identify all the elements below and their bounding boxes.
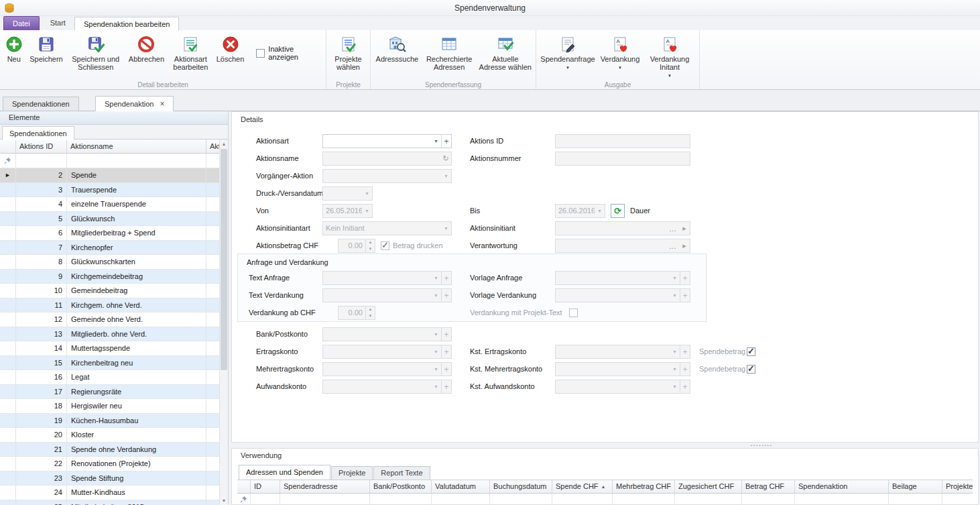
filter-cell-aktionsname[interactable] bbox=[67, 154, 206, 168]
close-icon[interactable]: × bbox=[160, 99, 164, 109]
column-header-spende-chf[interactable]: Spende CHF▲ bbox=[552, 480, 613, 493]
aktuelle-adresse-waehlen-button[interactable]: Aktuelle Adresse wählen bbox=[477, 32, 534, 73]
column-header-projekte[interactable]: Projekte bbox=[942, 480, 973, 493]
tab-adressen-und-spenden[interactable]: Adressen und Spenden bbox=[239, 465, 330, 480]
projekte-waehlen-button[interactable]: Projekte wählen bbox=[328, 32, 368, 73]
filter-cell-buchungsdatum[interactable] bbox=[490, 494, 552, 505]
tab-report-texte[interactable]: Report Texte bbox=[373, 466, 430, 480]
column-header-bank-postkonto[interactable]: Bank/Postkonto bbox=[370, 480, 432, 493]
aktion-row[interactable]: 11Kirchgem. ohne Verd. bbox=[0, 298, 220, 313]
aktion-row[interactable]: 12Gemeinde ohne Verd. bbox=[0, 313, 220, 327]
delete-button[interactable]: Löschen bbox=[215, 32, 247, 65]
save-button[interactable]: Speichern bbox=[27, 32, 65, 65]
new-button[interactable]: Neu bbox=[2, 32, 25, 65]
aktion-row[interactable]: 21Spende ohne Verdankung bbox=[0, 443, 220, 457]
aktion-row[interactable]: 6Mitgliederbeitrag + Spend bbox=[0, 226, 220, 241]
doc-tab-spendenaktion[interactable]: Spendenaktion× bbox=[95, 96, 174, 111]
add-icon: + bbox=[441, 272, 451, 284]
filter-cell-aktions-id[interactable] bbox=[16, 154, 67, 168]
row-indicator bbox=[0, 341, 16, 355]
column-header-akt[interactable]: Akt bbox=[206, 139, 220, 153]
spendebetrag-mehrertrag-checkbox[interactable] bbox=[747, 365, 755, 374]
aktion-row[interactable]: 19Küchen-Hausumbau bbox=[0, 414, 220, 429]
spendebetrag-ertrag-checkbox[interactable] bbox=[747, 347, 755, 356]
filter-cell-id[interactable] bbox=[251, 494, 280, 505]
filter-cell-spenderadresse[interactable] bbox=[280, 494, 370, 505]
spendenanfrage-button[interactable]: Spendenanfrage ▼ bbox=[538, 32, 597, 74]
row-indicator bbox=[0, 414, 16, 428]
column-header-id[interactable]: ID bbox=[251, 480, 280, 493]
aktionsart-combo[interactable]: ▼ + bbox=[322, 134, 452, 148]
adresssuche-button[interactable]: Adresssuche bbox=[373, 32, 422, 65]
filter-cell-valutadatum[interactable] bbox=[432, 494, 490, 505]
column-header-aktionsname[interactable]: Aktionsname bbox=[67, 139, 206, 153]
aktion-row[interactable]: 7Kirchenopfer bbox=[0, 241, 220, 256]
filter-cell-mehrbetrag-chf[interactable] bbox=[613, 494, 675, 505]
aktion-row[interactable]: 5Glückwunsch bbox=[0, 212, 220, 227]
floppy-check-icon bbox=[87, 36, 105, 53]
inaktive-anzeigen-checkbox[interactable]: Inaktive anzeigen bbox=[256, 45, 324, 61]
aktion-row[interactable]: ►2Spende bbox=[0, 168, 220, 183]
filter-cell-spende-chf[interactable] bbox=[552, 494, 613, 505]
aktion-row[interactable]: 23Spende Stiftung bbox=[0, 471, 220, 486]
aktion-row[interactable]: 16Legat bbox=[0, 370, 220, 385]
column-header-beilage[interactable]: Beilage bbox=[889, 480, 942, 493]
filter-cell-spendenaktion[interactable] bbox=[795, 494, 889, 505]
verdankung-button[interactable]: A Verdankung ▼ bbox=[599, 32, 641, 74]
filter-cell-bank-postkonto[interactable] bbox=[370, 494, 432, 505]
aktion-row[interactable]: 4einzelne Trauerspende bbox=[0, 197, 220, 212]
column-header-mehrbetrag-chf[interactable]: Mehrbetrag CHF bbox=[613, 480, 675, 493]
scroll-up-icon[interactable]: ▲ bbox=[220, 139, 228, 148]
aktion-row[interactable]: 18Hergiswiler neu bbox=[0, 399, 220, 414]
tab-spendenaktion-bearbeiten[interactable]: Spendenaktion bearbeiten bbox=[74, 17, 179, 31]
aktion-row[interactable]: 17Regierungsräte bbox=[0, 385, 220, 400]
save-close-button[interactable]: Speichern und Schliessen bbox=[66, 32, 124, 73]
tab-start[interactable]: Start bbox=[42, 16, 74, 30]
filter-cell-zugesichert-chf[interactable] bbox=[675, 494, 742, 505]
recherchierte-adressen-button[interactable]: Recherchierte Adressen bbox=[423, 32, 476, 73]
edit-aktionsart-button[interactable]: Aktionsart bearbeiten bbox=[168, 32, 213, 73]
column-header-buchungsdatum[interactable]: Buchungsdatum bbox=[490, 480, 552, 493]
column-header-zugesichert-chf[interactable]: Zugesichert CHF bbox=[675, 480, 742, 493]
aktion-row[interactable]: 24Mutter-Kindhaus bbox=[0, 486, 220, 500]
filter-cell-beilage[interactable] bbox=[889, 494, 942, 505]
aktion-row[interactable]: 22Renovationen (Projekte) bbox=[0, 457, 220, 471]
aktion-row[interactable]: 20Kloster bbox=[0, 428, 220, 443]
column-header-betrag-chf[interactable]: Betrag CHF bbox=[742, 480, 795, 493]
group-detail-bearbeiten: Neu Speichern Speichern und Schliessen A… bbox=[0, 30, 326, 89]
tab-spendenaktionen-list[interactable]: Spendenaktionen bbox=[2, 126, 74, 140]
scrollbar-thumb[interactable] bbox=[221, 149, 227, 370]
aktion-row[interactable]: 25Mitgliederbeitrag 2015 bbox=[0, 500, 220, 505]
aktion-row[interactable]: 3Trauerspende bbox=[0, 183, 220, 198]
column-header-spendenaktion[interactable]: Spendenaktion bbox=[795, 480, 889, 493]
horizontal-splitter[interactable]: •••••••• bbox=[231, 443, 980, 448]
aktion-row[interactable]: 14Muttertagsspende bbox=[0, 341, 220, 356]
aktion-row[interactable]: 13Mitgliederb. ohne Verd. bbox=[0, 327, 220, 342]
cancel-button[interactable]: Abbrechen bbox=[126, 32, 167, 65]
app-icon[interactable] bbox=[4, 3, 15, 13]
aktion-row[interactable]: 10Gemeindebeitrag bbox=[0, 284, 220, 298]
dauer-refresh-button[interactable]: ⟳ bbox=[611, 204, 625, 218]
add-icon[interactable]: + bbox=[441, 135, 451, 148]
column-header-aktions-id[interactable]: Aktions ID bbox=[16, 139, 67, 153]
tab-projekte[interactable]: Projekte bbox=[331, 466, 373, 480]
column-header-spenderadresse[interactable]: Spenderadresse bbox=[280, 480, 370, 493]
aktion-row[interactable]: 8Glückwunschkarten bbox=[0, 255, 220, 270]
dropdown-icon[interactable]: ▼ bbox=[431, 135, 441, 148]
doc-tab-spendenaktionen[interactable]: Spendenaktionen bbox=[3, 97, 79, 111]
filter-cell-akt[interactable] bbox=[206, 154, 220, 168]
akt-cell bbox=[206, 298, 220, 313]
splitter-grip-icon[interactable]: •••••••• bbox=[751, 443, 773, 448]
column-header-valutadatum[interactable]: Valutadatum bbox=[432, 480, 490, 493]
tab-datei[interactable]: Datei bbox=[3, 16, 40, 30]
aktion-row[interactable]: 15Kirchenbeitrag neu bbox=[0, 356, 220, 371]
filter-cell-projekte[interactable] bbox=[942, 494, 973, 505]
akt-cell bbox=[206, 255, 220, 269]
filter-cell-betrag-chf[interactable] bbox=[742, 494, 795, 505]
vertical-scrollbar[interactable]: ▲ ▼ bbox=[219, 139, 228, 505]
scroll-down-icon[interactable]: ▼ bbox=[220, 496, 228, 505]
row-indicator bbox=[0, 385, 16, 399]
aktion-row[interactable]: 9Kirchgemeindebeitrag bbox=[0, 270, 220, 284]
verdankung-initant-button[interactable]: A Verdankung Initant ▼ bbox=[643, 32, 696, 82]
aktions-id-cell: 10 bbox=[16, 284, 67, 298]
